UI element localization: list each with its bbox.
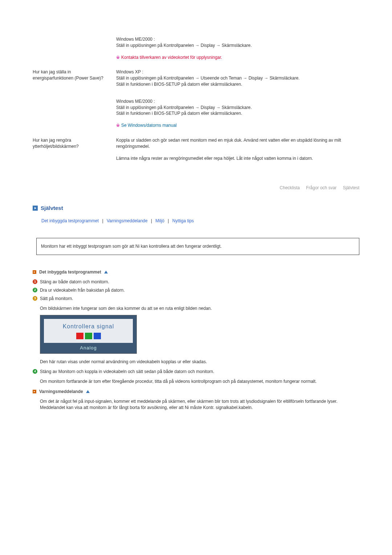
steps-list-cont: 4 Stäng av Monitorn och koppla in videok… xyxy=(33,369,359,375)
qa-note-text: Se Windows/datorns manual xyxy=(121,123,177,128)
separator-pipe: | xyxy=(168,218,169,223)
sub-heading-test: Det inbyggda testprogrammet xyxy=(33,270,359,275)
green-square-icon xyxy=(85,333,92,339)
separator-pipe: | xyxy=(151,218,152,223)
step-paragraph: Om bildskärmen inte fungerar som den ska… xyxy=(40,305,359,312)
arrow-box-small-icon xyxy=(33,270,36,274)
step-number-3-icon: 3 xyxy=(33,296,37,301)
qa-answer-a: Koppla ur sladden och gör sedan rent mon… xyxy=(116,137,359,150)
blue-square-icon xyxy=(94,333,101,339)
qa-row: Hur kan jag rengöra ytterhöljet/bildskär… xyxy=(33,137,359,167)
signal-label: Analog xyxy=(44,345,133,351)
sublink-tips[interactable]: Nyttiga tips xyxy=(172,218,194,223)
reference-mark-icon: ※ xyxy=(116,123,120,128)
red-square-icon xyxy=(76,333,83,339)
qa-answer-cell: Koppla ur sladden och gör sedan rent mon… xyxy=(116,137,359,167)
nav-links: Checklista Frågor och svar Självtest xyxy=(33,185,359,190)
qa-note-red: ※Kontakta tillverkaren av videokortet fö… xyxy=(116,54,359,61)
qa-answer-a: Windows ME/2000 : Ställ in upplösningen … xyxy=(116,36,359,49)
step-item: 1 Stäng av både datorn och monitorn. xyxy=(40,279,359,285)
qa-note-blue: ※Se Windows/datorns manual xyxy=(116,122,359,129)
qa-answer-cell: Windows ME/2000 : Ställ in upplösningen … xyxy=(116,36,359,65)
nav-fragor[interactable]: Frågor och svar xyxy=(306,185,336,190)
step-item: 4 Stäng av Monitorn och koppla in videok… xyxy=(40,369,359,375)
qa-answer-b: Windows ME/2000 : Ställ in upplösningen … xyxy=(116,98,359,117)
step-paragraph: Den här rutan visas under normal användn… xyxy=(40,359,359,365)
section-title: Självtest xyxy=(41,205,63,211)
sub-heading-warning: Varningsmeddelande xyxy=(33,389,359,394)
qa-answer-a: Windows XP : Ställ in upplösningen på Ko… xyxy=(116,69,359,87)
step-number-1-icon: 1 xyxy=(33,279,37,284)
step-item: 2 Dra ur videokabeln från baksidan på da… xyxy=(40,287,359,293)
sub-heading-label: Det inbyggda testprogrammet xyxy=(39,270,101,275)
qa-answer-cell: Windows XP : Ställ in upplösningen på Ko… xyxy=(116,69,359,134)
reference-mark-icon: ※ xyxy=(116,55,120,60)
step-number-4-icon: 4 xyxy=(33,369,37,374)
warning-paragraph: Om det är något fel på input-signalen, k… xyxy=(40,398,359,411)
step-number-2-icon: 2 xyxy=(33,288,37,292)
qa-question: Hur kan jag ställa in energisparfunktion… xyxy=(33,69,116,134)
step-item: 3 Sätt på monitorn. xyxy=(40,296,359,302)
qa-row: Hur kan jag ställa in energisparfunktion… xyxy=(33,69,359,134)
nav-sjalvtest[interactable]: Självtest xyxy=(343,185,359,190)
qa-answer-b: Lämna inte några rester av rengöringsmed… xyxy=(116,155,359,162)
sub-links: Det inbyggda testprogrammet | Varningsme… xyxy=(33,218,359,223)
step-text: Stäng av både datorn och monitorn. xyxy=(40,279,109,284)
sublink-miljo[interactable]: Miljö xyxy=(155,218,164,223)
section-header: Självtest xyxy=(33,205,359,211)
qa-question: Hur kan jag rengöra ytterhöljet/bildskär… xyxy=(33,137,116,167)
sublink-test[interactable]: Det inbyggda testprogrammet xyxy=(41,218,99,223)
qa-left-empty xyxy=(33,36,116,65)
step-paragraph: Om monitorn fortfarande är tom efter för… xyxy=(40,378,359,385)
step-text: Sätt på monitorn. xyxy=(40,296,73,301)
signal-check-graphic: Kontrollera signal Analog xyxy=(40,315,137,354)
up-arrow-icon[interactable] xyxy=(86,390,90,393)
step-text: Stäng av Monitorn och koppla in videokab… xyxy=(40,369,214,374)
sub-heading-label: Varningsmeddelande xyxy=(39,389,83,394)
steps-list: 1 Stäng av både datorn och monitorn. 2 D… xyxy=(33,279,359,301)
step-text: Dra ur videokabeln från baksidan på dato… xyxy=(40,288,124,293)
info-box: Monitorn har ett inbyggt testprogram som… xyxy=(36,238,359,255)
up-arrow-icon[interactable] xyxy=(104,271,108,274)
sublink-warning[interactable]: Varningsmeddelande xyxy=(107,218,148,223)
separator-pipe: | xyxy=(102,218,103,223)
qa-note-text: Kontakta tillverkaren av videokortet för… xyxy=(121,55,222,60)
signal-text: Kontrollera signal xyxy=(44,323,133,330)
qa-row: Windows ME/2000 : Ställ in upplösningen … xyxy=(33,36,359,65)
arrow-box-icon xyxy=(33,206,38,211)
signal-rgb-squares xyxy=(44,333,133,339)
arrow-box-small-icon xyxy=(33,390,36,393)
nav-checklista[interactable]: Checklista xyxy=(280,185,300,190)
signal-inner: Kontrollera signal xyxy=(44,319,133,343)
